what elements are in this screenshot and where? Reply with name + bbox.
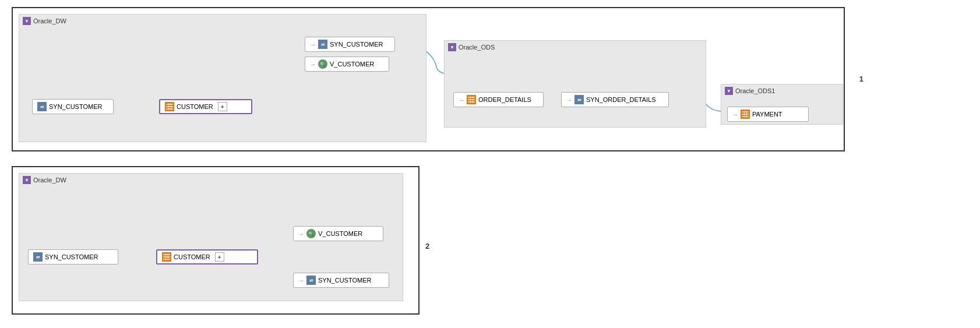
node-label: SYN_CUSTOMER (318, 277, 371, 284)
node-customer[interactable]: CUSTOMER + (159, 99, 252, 114)
diagram1: ▼ Oracle_DW ⇄ SYN_CUSTOMER CUSTOMER + → … (12, 7, 845, 151)
node-v-customer[interactable]: → 🔍 V_CUSTOMER (305, 57, 389, 72)
arrow-icon: → (310, 61, 316, 68)
arrow-icon: → (566, 97, 572, 103)
group-oracle-ods1: ▼ Oracle_ODS1 → PAYMENT (721, 84, 843, 125)
collapse-oracle-ods1-button[interactable]: ▼ (725, 87, 733, 95)
view-icon: 🔍 (318, 59, 327, 69)
node-customer-2[interactable]: CUSTOMER + (156, 249, 258, 264)
group-oracle-dw: ▼ Oracle_DW ⇄ SYN_CUSTOMER CUSTOMER + → … (19, 14, 426, 142)
table-icon (467, 95, 476, 104)
arrow-icon: → (459, 97, 464, 103)
table-icon (162, 252, 171, 262)
node-label: V_CUSTOMER (330, 61, 374, 68)
node-label: CUSTOMER (177, 103, 213, 110)
oracle-ods1-title: Oracle_ODS1 (735, 87, 775, 94)
node-syn-customer-right-2[interactable]: → ⇄ SYN_CUSTOMER (293, 273, 389, 288)
arrow-icon: → (298, 231, 304, 237)
collapse-icon: ▼ (24, 19, 29, 24)
node-syn-customer-left[interactable]: ⇄ SYN_CUSTOMER (32, 99, 114, 114)
diagram2-label: 2 (425, 242, 980, 251)
oracle-dw2-title: Oracle_DW (33, 177, 66, 184)
group-oracle-ods-header: ▼ Oracle_ODS (445, 41, 706, 54)
node-label: PAYMENT (752, 111, 782, 118)
node-label: SYN_CUSTOMER (330, 41, 383, 48)
group-oracle-ods1-header: ▼ Oracle_ODS1 (721, 84, 842, 97)
table-icon (165, 102, 174, 111)
node-label: SYN_CUSTOMER (45, 253, 98, 260)
node-syn-customer-left-2[interactable]: ⇄ SYN_CUSTOMER (28, 249, 118, 264)
collapse-oracle-dw-button[interactable]: ▼ (23, 17, 31, 25)
group-oracle-ods: ▼ Oracle_ODS → ORDER_DETAILS → ⇄ SYN_ORD… (444, 40, 706, 128)
group-oracle-dw-header: ▼ Oracle_DW (19, 15, 426, 27)
table-icon (741, 110, 750, 119)
arrow-icon: → (310, 41, 316, 48)
collapse-icon: ▼ (24, 178, 29, 183)
node-label: V_CUSTOMER (318, 230, 362, 237)
canvas: ▼ Oracle_DW ⇄ SYN_CUSTOMER CUSTOMER + → … (0, 0, 980, 328)
collapse-icon: ▼ (450, 45, 454, 50)
sync-icon: ⇄ (37, 102, 47, 111)
arrow-icon: → (298, 277, 304, 284)
node-syn-order-details[interactable]: → ⇄ SYN_ORDER_DETAILS (561, 92, 669, 107)
group-oracle-dw2: ▼ Oracle_DW ⇄ SYN_CUSTOMER CUSTOMER + → … (19, 173, 403, 301)
collapse-oracle-dw2-button[interactable]: ▼ (23, 176, 31, 184)
node-label: CUSTOMER (174, 253, 210, 260)
collapse-icon: ▼ (727, 89, 731, 94)
expand-icon[interactable]: + (215, 252, 224, 262)
sync-icon: ⇄ (306, 276, 316, 285)
sync-icon: ⇄ (33, 252, 43, 262)
oracle-dw-title: Oracle_DW (33, 17, 66, 24)
arrow-icon: → (732, 111, 738, 118)
group-oracle-dw2-header: ▼ Oracle_DW (19, 174, 403, 186)
sync-icon: ⇄ (574, 95, 584, 104)
view-icon: 🔍 (306, 229, 316, 238)
oracle-ods-title: Oracle_ODS (459, 44, 495, 51)
node-syn-customer-right[interactable]: → ⇄ SYN_CUSTOMER (305, 37, 395, 52)
expand-icon[interactable]: + (218, 102, 227, 111)
diagram2: ▼ Oracle_DW ⇄ SYN_CUSTOMER CUSTOMER + → … (12, 166, 420, 315)
node-label: SYN_ORDER_DETAILS (586, 96, 656, 103)
collapse-oracle-ods-button[interactable]: ▼ (448, 43, 456, 51)
node-payment[interactable]: → PAYMENT (727, 107, 809, 122)
node-label: ORDER_DETAILS (478, 96, 531, 103)
node-v-customer-2[interactable]: → 🔍 V_CUSTOMER (293, 226, 383, 241)
node-label: SYN_CUSTOMER (49, 103, 102, 110)
diagram1-label: 1 (859, 75, 863, 83)
node-order-details[interactable]: → ORDER_DETAILS (453, 92, 544, 107)
sync-icon: ⇄ (318, 40, 327, 49)
